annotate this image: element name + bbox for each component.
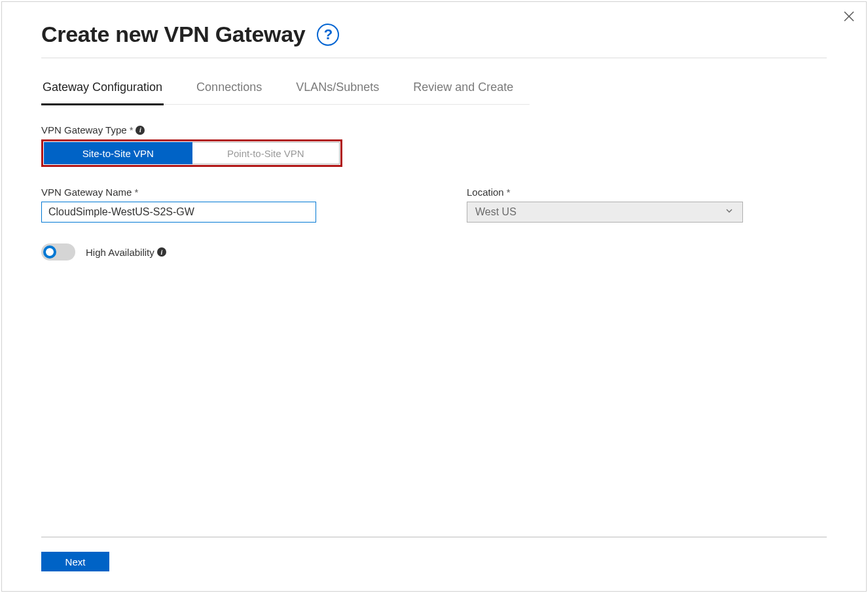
label-vpn-gateway-type-text: VPN Gateway Type <box>41 124 127 135</box>
vpn-gateway-type-toggle: Site-to-Site VPN Point-to-Site VPN <box>44 142 340 164</box>
label-vpn-gateway-type: VPN Gateway Type * i <box>41 124 827 135</box>
label-location: Location * <box>467 187 743 198</box>
help-icon-glyph: ? <box>324 26 333 43</box>
section-vpn-gateway-type: VPN Gateway Type * i Site-to-Site VPN Po… <box>41 124 827 167</box>
info-icon[interactable]: i <box>157 247 166 257</box>
help-icon[interactable]: ? <box>317 24 339 46</box>
option-site-to-site-vpn[interactable]: Site-to-Site VPN <box>44 142 192 164</box>
label-location-text: Location <box>467 187 504 198</box>
required-marker: * <box>134 187 138 198</box>
dialog-footer: Next <box>41 537 827 571</box>
annotation-highlight: Site-to-Site VPN Point-to-Site VPN <box>41 139 342 167</box>
close-icon[interactable] <box>841 9 857 24</box>
tab-vlans-subnets[interactable]: VLANs/Subnets <box>295 81 380 105</box>
toggle-knob <box>43 245 56 259</box>
label-high-availability: High Availability i <box>86 247 166 258</box>
wizard-tabs: Gateway Configuration Connections VLANs/… <box>41 81 530 105</box>
page-title: Create new VPN Gateway <box>41 22 305 47</box>
next-button[interactable]: Next <box>41 552 109 571</box>
row-name-location: VPN Gateway Name * Location * West US <box>41 187 827 223</box>
footer-divider <box>41 537 827 537</box>
info-icon[interactable]: i <box>136 126 145 135</box>
tab-gateway-configuration[interactable]: Gateway Configuration <box>41 81 164 105</box>
high-availability-toggle[interactable] <box>41 243 75 261</box>
tab-review-and-create[interactable]: Review and Create <box>412 81 515 105</box>
field-high-availability: High Availability i <box>41 243 827 261</box>
dialog-content: Create new VPN Gateway ? Gateway Configu… <box>41 22 827 591</box>
tab-connections[interactable]: Connections <box>195 81 263 105</box>
option-point-to-site-vpn[interactable]: Point-to-Site VPN <box>192 142 340 164</box>
location-select[interactable]: West US <box>467 202 743 223</box>
title-row: Create new VPN Gateway ? <box>41 22 827 58</box>
label-high-availability-text: High Availability <box>86 247 154 258</box>
vpn-gateway-name-input[interactable] <box>41 202 316 223</box>
location-select-value: West US <box>475 206 516 218</box>
label-vpn-gateway-name: VPN Gateway Name * <box>41 187 316 198</box>
required-marker: * <box>130 124 134 135</box>
title-divider <box>41 58 827 58</box>
dialog-create-vpn-gateway: Create new VPN Gateway ? Gateway Configu… <box>1 1 867 592</box>
label-vpn-gateway-name-text: VPN Gateway Name <box>41 187 132 198</box>
chevron-down-icon <box>724 206 734 219</box>
field-vpn-gateway-name: VPN Gateway Name * <box>41 187 316 223</box>
field-location: Location * West US <box>467 187 743 223</box>
required-marker: * <box>507 187 511 198</box>
